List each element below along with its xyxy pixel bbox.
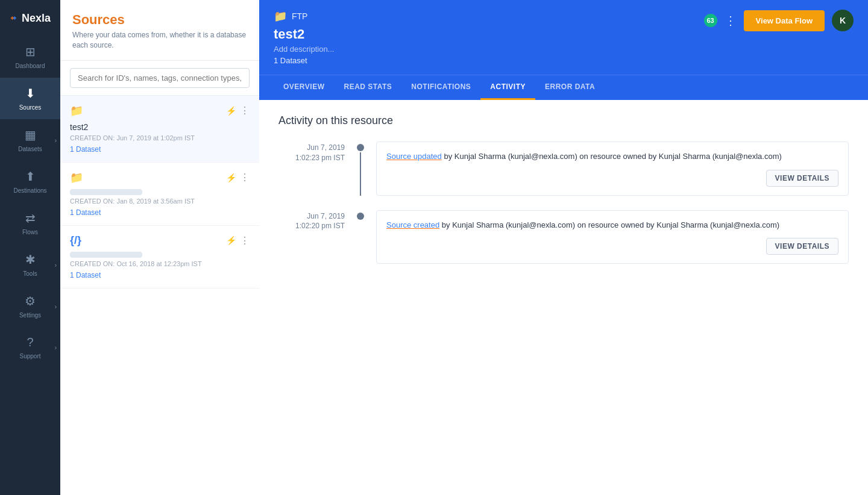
notification-badge[interactable]: 63 — [704, 14, 717, 27]
resource-description[interactable]: Add description... — [274, 45, 334, 54]
resource-name: test2 — [274, 26, 334, 42]
sources-description: Where your data comes from, whether it i… — [72, 30, 247, 51]
timeline-timestamp: Jun 7, 2019 1:02:20 pm IST — [278, 210, 345, 264]
activity-detail: by Kunjal Sharma (kunjal@nexla.com) on r… — [442, 220, 779, 229]
sources-list: 📁 ⚡ ⋮ test2 CREATED ON: Jun 7, 2019 at 1… — [60, 96, 259, 495]
view-details-button[interactable]: VIEW DETAILS — [766, 238, 838, 255]
timeline-connector — [357, 210, 364, 264]
activity-text: Source created by Kunjal Sharma (kunjal@… — [386, 219, 838, 231]
sidebar-item-label: Destinations — [13, 187, 46, 194]
folder-icon: 📁 — [70, 171, 83, 184]
list-item[interactable]: {/} ⚡ ⋮ CREATED ON: Oct 16, 2018 at 12:2… — [60, 226, 259, 288]
activity-link[interactable]: Source created — [386, 220, 439, 229]
list-item[interactable]: 📁 ⚡ ⋮ test2 CREATED ON: Jun 7, 2019 at 1… — [60, 96, 259, 163]
timeline-dot — [357, 144, 364, 151]
logo-text: Nexla — [22, 12, 51, 25]
sidebar-item-label: Datasets — [18, 146, 42, 152]
source-created-on: CREATED ON: Jan 8, 2019 at 3:56am IST — [70, 198, 250, 205]
sidebar-item-label: Settings — [19, 312, 41, 319]
avatar[interactable]: K — [832, 10, 854, 31]
sources-panel: Sources Where your data comes from, whet… — [60, 0, 259, 495]
activity-text: Source updated by Kunjal Sharma (kunjal@… — [386, 151, 838, 163]
activity-section-title: Activity on this resource — [278, 114, 849, 127]
source-datasets-count: 1 Dataset — [70, 145, 250, 154]
sidebar-item-destinations[interactable]: ⬆ Destinations — [0, 161, 60, 202]
lightning-icon: ⚡ — [226, 106, 236, 116]
view-details-container: VIEW DETAILS — [386, 238, 838, 255]
view-details-container: VIEW DETAILS — [386, 170, 838, 187]
sources-title: Sources — [72, 12, 247, 28]
sidebar-item-tools[interactable]: ✱ Tools › — [0, 244, 60, 285]
sidebar-item-support[interactable]: ? Support › — [0, 327, 60, 368]
settings-icon: ⚙ — [25, 294, 36, 308]
resource-datasets-badge: 1 Dataset — [274, 56, 334, 65]
sidebar-item-label: Flows — [22, 229, 38, 235]
source-datasets-count: 1 Dataset — [70, 208, 250, 217]
sidebar-item-flows[interactable]: ⇄ Flows — [0, 202, 60, 244]
more-menu-icon[interactable]: ⋮ — [240, 105, 250, 116]
sidebar-item-settings[interactable]: ⚙ Settings › — [0, 285, 60, 327]
event-time: 1:02:23 pm IST — [278, 153, 345, 163]
sources-header: Sources Where your data comes from, whet… — [60, 0, 259, 61]
folder-icon: 📁 — [70, 104, 83, 117]
event-time: 1:02:20 pm IST — [278, 221, 345, 231]
source-created-on: CREATED ON: Jun 7, 2019 at 1:02pm IST — [70, 134, 250, 142]
chevron-right-icon: › — [55, 137, 57, 143]
source-datasets-count: 1 Dataset — [70, 271, 250, 279]
sidebar-nav: ⊞ Dashboard ⬇ Sources ▦ Datasets › ⬆ Des… — [0, 36, 60, 495]
dashboard-icon: ⊞ — [25, 45, 36, 59]
sidebar-item-label: Dashboard — [16, 63, 45, 69]
main-content: 📁 FTP test2 Add description... 1 Dataset… — [259, 0, 868, 495]
logo[interactable]: Nexla — [0, 0, 60, 36]
tools-icon: ✱ — [25, 252, 36, 267]
source-item-actions: ⚡ ⋮ — [226, 235, 250, 246]
datasets-icon: ▦ — [25, 128, 36, 142]
support-icon: ? — [27, 335, 33, 349]
sidebar-item-dashboard[interactable]: ⊞ Dashboard — [0, 36, 60, 78]
flows-icon: ⇄ — [25, 211, 36, 225]
sidebar: Nexla ⊞ Dashboard ⬇ Sources ▦ Datasets ›… — [0, 0, 60, 495]
sources-icon: ⬇ — [25, 86, 36, 101]
timeline-item: Jun 7, 2019 1:02:20 pm IST Source create… — [278, 210, 849, 264]
event-date: Jun 7, 2019 — [278, 143, 345, 153]
more-menu-icon[interactable]: ⋮ — [240, 235, 250, 246]
lightning-icon: ⚡ — [226, 235, 236, 245]
sidebar-item-sources[interactable]: ⬇ Sources — [0, 78, 60, 119]
tab-overview[interactable]: OVERVIEW — [274, 75, 334, 100]
search-input[interactable] — [70, 68, 250, 88]
list-item[interactable]: 📁 ⚡ ⋮ CREATED ON: Jan 8, 2019 at 3:56am … — [60, 163, 259, 226]
source-created-on: CREATED ON: Oct 16, 2018 at 12:23pm IST — [70, 260, 250, 267]
resource-header: 📁 FTP test2 Add description... 1 Dataset… — [259, 0, 868, 75]
timeline-line — [360, 152, 361, 196]
timeline-dot — [357, 213, 364, 220]
source-name-blurred — [70, 189, 142, 195]
tab-read-stats[interactable]: READ STATS — [334, 75, 401, 100]
more-menu-icon[interactable]: ⋮ — [240, 172, 250, 183]
timeline-timestamp: Jun 7, 2019 1:02:23 pm IST — [278, 142, 345, 196]
tab-notifications[interactable]: NOTIFICATIONS — [401, 75, 480, 100]
code-icon: {/} — [70, 234, 81, 247]
chevron-right-icon: › — [55, 344, 57, 351]
sidebar-item-label: Sources — [19, 104, 42, 111]
chevron-right-icon: › — [55, 303, 57, 310]
sidebar-item-label: Tools — [23, 270, 37, 277]
resource-type: FTP — [292, 11, 307, 21]
resource-info: 📁 FTP test2 Add description... 1 Dataset — [274, 10, 334, 65]
sidebar-item-datasets[interactable]: ▦ Datasets › — [0, 119, 60, 161]
timeline: Jun 7, 2019 1:02:23 pm IST Source update… — [278, 142, 849, 278]
view-data-flow-button[interactable]: View Data Flow — [744, 10, 825, 31]
source-name: test2 — [70, 122, 250, 132]
resource-tabs: OVERVIEW READ STATS NOTIFICATIONS ACTIVI… — [259, 75, 868, 100]
tab-error-data[interactable]: ERROR DATA — [535, 75, 605, 100]
timeline-card: Source updated by Kunjal Sharma (kunjal@… — [376, 142, 849, 196]
tab-activity[interactable]: ACTIVITY — [480, 75, 535, 100]
source-name-blurred — [70, 252, 142, 258]
activity-detail: by Kunjal Sharma (kunjal@nexla.com) on r… — [444, 152, 781, 161]
more-options-icon[interactable]: ⋮ — [725, 13, 737, 28]
source-item-actions: ⚡ ⋮ — [226, 105, 250, 116]
view-details-button[interactable]: VIEW DETAILS — [766, 170, 838, 187]
folder-icon: 📁 — [274, 10, 287, 23]
activity-link[interactable]: Source updated — [386, 152, 442, 161]
source-item-actions: ⚡ ⋮ — [226, 172, 250, 183]
lightning-icon: ⚡ — [226, 173, 236, 182]
